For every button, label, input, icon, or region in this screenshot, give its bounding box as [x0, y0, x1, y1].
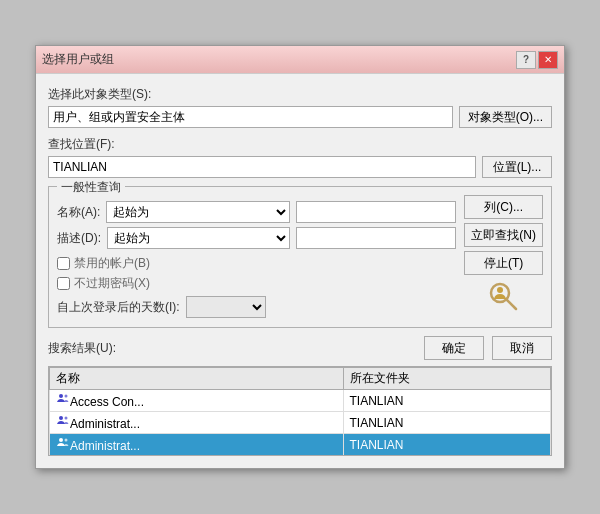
left-panel: 名称(A): 起始为 描述(D): 起始为: [57, 195, 456, 319]
close-button[interactable]: ✕: [538, 51, 558, 69]
svg-point-8: [65, 439, 68, 442]
dialog-body: 选择此对象类型(S): 对象类型(O)... 查找位置(F): 位置(L)...…: [36, 74, 564, 468]
desc-input[interactable]: [296, 227, 456, 249]
content-area: 名称(A): 起始为 描述(D): 起始为: [57, 195, 543, 319]
search-results-label: 搜索结果(U):: [48, 340, 116, 357]
stop-button[interactable]: 停止(T): [464, 251, 543, 275]
general-query-group: 一般性查询 名称(A): 起始为 描述(D):: [48, 186, 552, 328]
dialog-title: 选择用户或组: [42, 51, 114, 68]
location-label: 查找位置(F):: [48, 136, 552, 153]
disabled-accounts-checkbox[interactable]: [57, 257, 70, 270]
desc-label: 描述(D):: [57, 230, 101, 247]
column-button[interactable]: 列(C)...: [464, 195, 543, 219]
svg-point-5: [59, 416, 63, 420]
no-expiry-row: 不过期密码(X): [57, 275, 456, 292]
no-expiry-label: 不过期密码(X): [74, 275, 150, 292]
name-row: 名称(A): 起始为: [57, 201, 456, 223]
group-box-title: 一般性查询: [57, 179, 125, 196]
result-name: Administrat...: [50, 434, 344, 456]
svg-point-4: [65, 395, 68, 398]
title-buttons: ? ✕: [516, 51, 558, 69]
result-folder: TIANLIAN: [343, 434, 551, 456]
disabled-accounts-label: 禁用的帐户(B): [74, 255, 150, 272]
name-select[interactable]: 起始为: [106, 201, 290, 223]
no-expiry-checkbox[interactable]: [57, 277, 70, 290]
search-icon: [486, 279, 522, 315]
location-button[interactable]: 位置(L)...: [482, 156, 552, 178]
result-name-text: Administrat...: [70, 417, 140, 431]
name-label: 名称(A):: [57, 204, 100, 221]
user-group-icon: [56, 392, 70, 406]
result-name: Administrat...: [50, 412, 344, 434]
location-row: 位置(L)...: [48, 156, 552, 178]
location-section: 查找位置(F): 位置(L)...: [48, 136, 552, 178]
table-row[interactable]: Access Con...TIANLIAN: [50, 390, 551, 412]
title-bar-left: 选择用户或组: [42, 51, 114, 68]
svg-point-3: [59, 394, 63, 398]
col-name: 名称: [50, 368, 344, 390]
result-name-text: Access Con...: [70, 395, 144, 409]
svg-point-7: [59, 438, 63, 442]
table-row[interactable]: Administrat...TIANLIAN: [50, 412, 551, 434]
result-folder: TIANLIAN: [343, 390, 551, 412]
result-name: Access Con...: [50, 390, 344, 412]
user-group-icon: [56, 436, 70, 450]
bottom-row: 搜索结果(U): 确定 取消: [48, 336, 552, 360]
days-row: 自上次登录后的天数(I):: [57, 296, 456, 318]
search-icon-area: [464, 279, 543, 319]
object-type-button[interactable]: 对象类型(O)...: [459, 106, 552, 128]
cancel-button[interactable]: 取消: [492, 336, 552, 360]
desc-select[interactable]: 起始为: [107, 227, 290, 249]
result-folder: TIANLIAN: [343, 412, 551, 434]
table-row[interactable]: ALL APPLIC...: [50, 456, 551, 457]
dialog: 选择用户或组 ? ✕ 选择此对象类型(S): 对象类型(O)... 查找位置(F…: [35, 45, 565, 469]
user-group-icon: [56, 414, 70, 428]
object-type-row: 对象类型(O)...: [48, 106, 552, 128]
right-buttons-panel: 列(C)... 立即查找(N) 停止(T): [464, 195, 543, 319]
result-folder: [343, 456, 551, 457]
object-type-label: 选择此对象类型(S):: [48, 86, 552, 103]
results-table-container: 名称 所在文件夹 Access Con...TIANLIANAdministra…: [48, 366, 552, 456]
confirm-cancel: 确定 取消: [424, 336, 552, 360]
results-table: 名称 所在文件夹 Access Con...TIANLIANAdministra…: [49, 367, 551, 456]
disabled-accounts-row: 禁用的帐户(B): [57, 255, 456, 272]
result-name: ALL APPLIC...: [50, 456, 344, 457]
find-now-button[interactable]: 立即查找(N): [464, 223, 543, 247]
days-label: 自上次登录后的天数(I):: [57, 299, 180, 316]
confirm-button[interactable]: 确定: [424, 336, 484, 360]
table-row[interactable]: Administrat...TIANLIAN: [50, 434, 551, 456]
location-input[interactable]: [48, 156, 476, 178]
svg-line-1: [506, 299, 516, 309]
col-folder: 所在文件夹: [343, 368, 551, 390]
object-type-section: 选择此对象类型(S): 对象类型(O)...: [48, 86, 552, 128]
days-select[interactable]: [186, 296, 266, 318]
svg-point-2: [497, 287, 503, 293]
object-type-input[interactable]: [48, 106, 453, 128]
result-name-text: Administrat...: [70, 439, 140, 453]
name-input[interactable]: [296, 201, 456, 223]
title-bar: 选择用户或组 ? ✕: [36, 46, 564, 74]
svg-point-6: [65, 417, 68, 420]
help-button[interactable]: ?: [516, 51, 536, 69]
desc-row: 描述(D): 起始为: [57, 227, 456, 249]
